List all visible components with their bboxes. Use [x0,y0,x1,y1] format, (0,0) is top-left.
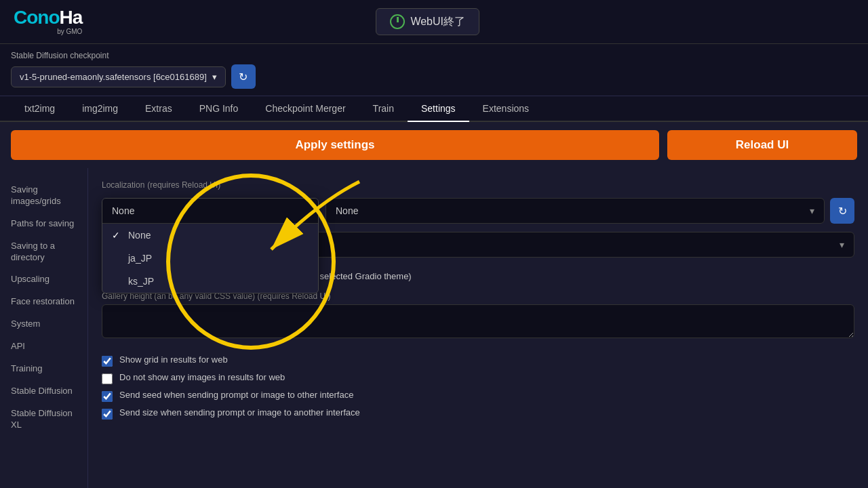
apply-settings-button[interactable]: Apply settings [11,130,659,160]
no-images-label: Do not show any images in results for we… [119,372,285,382]
sidebar-item-sd-xl[interactable]: Stable Diffusion XL [8,403,79,436]
tab-checkpoint[interactable]: Checkpoint Merger [252,96,359,122]
logo-text: ConoHa [14,8,82,27]
action-bar: Apply settings Reload UI [0,122,868,168]
show-grid-checkbox[interactable] [102,356,113,367]
dropdown-display[interactable]: None [102,199,318,224]
sidebar-item-api[interactable]: API [8,336,79,358]
gallery-height-input[interactable] [102,304,854,338]
tabs-bar: txt2img img2img Extras PNG Info Checkpoi… [0,96,868,122]
checkmark-icon: ✓ [112,230,123,241]
send-size-label: Send size when sending prompt or image t… [119,407,360,418]
sidebar-item-upscaling[interactable]: Upscaling [8,268,79,291]
checkpoint-refresh-button[interactable]: ↻ [231,64,256,89]
show-grid-label: Show grid in results for web [119,354,228,365]
tab-extensions[interactable]: Extensions [469,96,542,122]
send-seed-label: Send seed when sending prompt or image t… [119,390,353,400]
sidebar-item-paths[interactable]: Paths for saving [8,213,79,235]
send-size-row: Send size when sending prompt or image t… [102,407,854,420]
empty-check [112,253,123,264]
checkpoint-row: v1-5-pruned-emaonly.safetensors [6ce0161… [11,64,857,89]
chevron-down-icon: ▾ [212,72,217,82]
localization-dropdown-wrapper: None ✓ None ja_JP ks_JP [102,198,854,224]
power-icon [390,14,405,29]
webui-end-button[interactable]: WebUI終了 [376,8,479,35]
localization-refresh-button[interactable]: ↻ [830,198,854,224]
show-grid-row: Show grid in results for web [102,354,854,367]
checkpoint-bar: Stable Diffusion checkpoint v1-5-pruned-… [0,44,868,96]
send-seed-checkbox[interactable] [102,391,113,402]
sidebar-item-system[interactable]: System [8,313,79,336]
dropdown-arrow-icon: ▾ [810,205,814,216]
checkpoint-value: v1-5-pruned-emaonly.safetensors [6ce0161… [20,72,207,82]
logo-bygmo: by GMO [14,28,82,35]
dropdown-option-ja-jp[interactable]: ja_JP [102,247,318,270]
sidebar-item-saving-dir[interactable]: Saving to a directory [8,235,79,269]
localization-field[interactable]: None ▾ [326,198,825,224]
localization-dropdown-menu: None ✓ None ja_JP ks_JP [102,198,319,293]
tab-extras[interactable]: Extras [132,96,186,122]
sidebar-item-saving[interactable]: Saving images/grids [8,179,79,213]
sidebar-item-face[interactable]: Face restoration [8,291,79,313]
empty-check-2 [112,276,123,287]
send-size-checkbox[interactable] [102,409,113,420]
tab-settings[interactable]: Settings [408,96,469,122]
sidebar-item-training[interactable]: Training [8,358,79,380]
send-seed-row: Send seed when sending prompt or image t… [102,390,854,402]
theme-arrow-icon: ▾ [840,239,844,250]
no-images-row: Do not show any images in results for we… [102,372,854,384]
checkpoint-label: Stable Diffusion checkpoint [11,51,857,60]
tab-pnginfo[interactable]: PNG Info [186,96,252,122]
dropdown-option-none-checked[interactable]: ✓ None [102,224,318,247]
sidebar-item-sd[interactable]: Stable Diffusion [8,380,79,403]
tab-train[interactable]: Train [359,96,408,122]
checkpoint-dropdown[interactable]: v1-5-pruned-emaonly.safetensors [6ce0161… [11,66,226,87]
logo: ConoHa by GMO [14,8,82,35]
tab-txt2img[interactable]: txt2img [11,96,68,122]
main-panel: Localization (requires Reload UI) None ✓… [88,168,868,488]
header: ConoHa by GMO WebUI終了 [0,0,868,44]
reload-ui-button[interactable]: Reload UI [667,130,857,160]
content-area: Saving images/grids Paths for saving Sav… [0,168,868,488]
gallery-height-section: Gallery height (an be any valid CSS valu… [102,291,854,341]
localization-title: Localization (requires Reload UI) [102,179,854,190]
sidebar: Saving images/grids Paths for saving Sav… [0,168,88,488]
localization-section: Localization (requires Reload UI) None ✓… [102,179,854,258]
dropdown-option-ks-jp[interactable]: ks_JP [102,270,318,293]
tab-img2img[interactable]: img2img [68,96,132,122]
no-images-checkbox[interactable] [102,373,113,384]
webui-button-label: WebUI終了 [410,15,465,29]
